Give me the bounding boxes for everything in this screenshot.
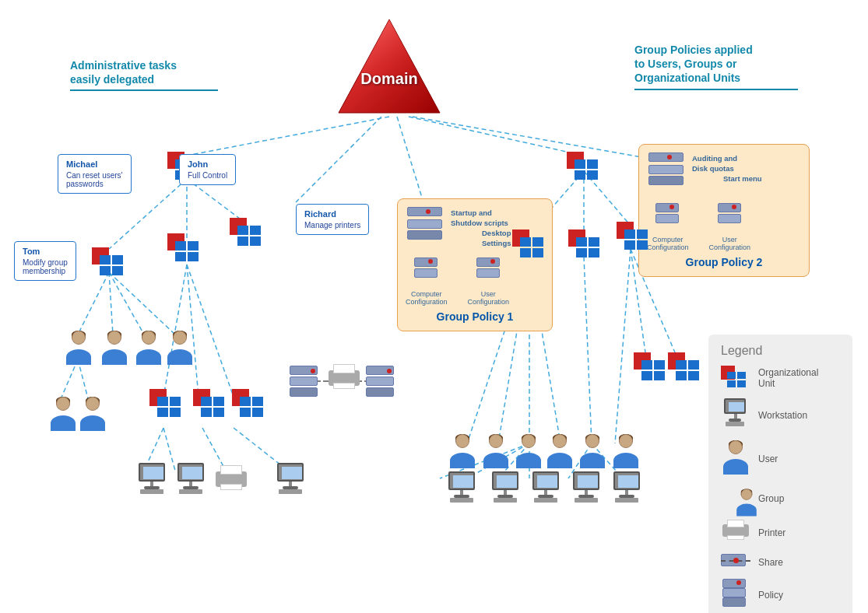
- legend-user: User: [721, 440, 840, 478]
- domain-node: Domain: [335, 16, 444, 117]
- user-1: [64, 331, 93, 368]
- legend-policy-label: Policy: [758, 590, 783, 601]
- legend-title: Legend: [721, 344, 840, 358]
- user-r4: [545, 434, 575, 471]
- ou-left-3: [230, 218, 264, 250]
- gp2-title: Group Policy 2: [647, 256, 801, 268]
- user-4: [165, 331, 195, 368]
- group-policy-1-box: Startup and Shutdow scripts Desktop Sett…: [397, 198, 553, 331]
- legend-box: Legend OrganizationalUnit Workstation Us…: [708, 335, 852, 613]
- ou-right-2: [568, 229, 603, 262]
- user-2: [100, 331, 129, 368]
- svg-line-8: [78, 272, 109, 335]
- svg-line-0: [187, 117, 389, 156]
- server-share-2: [364, 366, 395, 403]
- printer-1: [214, 465, 248, 496]
- admin-tasks-text: Administrative tasks easily delegated: [70, 59, 177, 86]
- legend-workstation-label: Workstation: [758, 410, 807, 421]
- ou-mid-3: [232, 389, 266, 422]
- user-5: [48, 397, 78, 434]
- ou-right-top: [567, 152, 601, 184]
- michael-desc: Can reset users'passwords: [66, 171, 123, 188]
- server-share: [288, 366, 319, 403]
- ou-left-2: [167, 233, 202, 266]
- legend-user-label: User: [758, 454, 778, 464]
- tom-name: Tom: [23, 247, 68, 256]
- ws-r4: [568, 471, 604, 506]
- legend-share: Share: [721, 554, 840, 571]
- user-6: [78, 397, 107, 434]
- richard-desc: Manage printers: [304, 221, 360, 229]
- svg-line-9: [109, 272, 113, 335]
- group-policy-2-box: Auditing and Disk quotas Start menu Comp…: [638, 144, 810, 277]
- admin-tasks-label: Administrative tasks easily delegated: [70, 58, 234, 91]
- legend-workstation: Workstation: [721, 398, 840, 433]
- ou-right-1: [512, 229, 546, 262]
- user-r6: [611, 434, 641, 471]
- gp-annotation-text: Group Policies appliedto Users, Groups o…: [634, 44, 753, 84]
- callout-john: John Full Control: [179, 154, 236, 185]
- legend-share-label: Share: [758, 557, 783, 568]
- ws-r1: [444, 471, 480, 506]
- ou-right-3a: [634, 352, 668, 385]
- domain-label: Domain: [360, 70, 417, 88]
- svg-line-11: [109, 272, 175, 335]
- legend-printer: Printer: [721, 520, 840, 546]
- svg-line-4: [413, 117, 677, 163]
- ws-r5: [609, 471, 645, 506]
- ws-1: [134, 463, 170, 497]
- ws-r3: [528, 471, 564, 506]
- callout-tom: Tom Modify groupmembership: [14, 241, 76, 281]
- ou-mid-1: [149, 389, 184, 422]
- legend-printer-label: Printer: [758, 527, 785, 538]
- user-3: [134, 331, 163, 368]
- callout-richard: Richard Manage printers: [296, 204, 369, 235]
- user-r5: [578, 434, 607, 471]
- svg-line-10: [109, 272, 144, 335]
- user-r2: [481, 434, 511, 471]
- printer-mid: [327, 364, 361, 395]
- legend-group: Group: [721, 485, 840, 512]
- user-r3: [514, 434, 543, 471]
- gp1-title: Group Policy 1: [406, 310, 544, 323]
- ou-mid-2: [193, 389, 227, 422]
- ou-right-3: [617, 222, 651, 254]
- richard-name: Richard: [304, 209, 360, 219]
- ou-right-3b: [668, 352, 702, 385]
- ws-2: [173, 463, 209, 497]
- michael-name: Michael: [66, 159, 123, 169]
- legend-ou-label: OrganizationalUnit: [758, 367, 818, 389]
- legend-ou: OrganizationalUnit: [721, 366, 840, 391]
- callout-michael: Michael Can reset users'passwords: [58, 154, 132, 194]
- svg-line-1: [296, 117, 381, 202]
- gp-annotation-label: Group Policies appliedto Users, Groups o…: [634, 43, 814, 90]
- john-name: John: [188, 159, 227, 169]
- ws-r2: [487, 471, 523, 506]
- legend-policy: Policy: [721, 579, 840, 611]
- john-desc: Full Control: [188, 171, 227, 180]
- legend-group-label: Group: [758, 493, 784, 504]
- user-r1: [448, 434, 477, 471]
- svg-line-28: [584, 257, 592, 443]
- svg-line-29: [615, 249, 631, 443]
- tom-desc: Modify groupmembership: [23, 258, 68, 275]
- ou-left-1: [92, 247, 126, 280]
- svg-line-3: [409, 117, 584, 156]
- ws-3: [272, 463, 308, 497]
